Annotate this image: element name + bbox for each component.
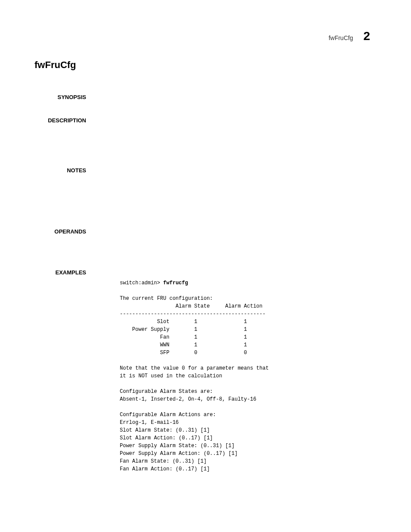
page-header: fwFruCfg 2 bbox=[329, 29, 370, 43]
shell-command: fwfrucfg bbox=[163, 280, 188, 286]
header-label: fwFruCfg bbox=[329, 34, 353, 41]
example-code-block: switch:admin> fwfrucfg The current FRU c… bbox=[120, 279, 269, 473]
page-title: fwFruCfg bbox=[34, 59, 76, 71]
chapter-number: 2 bbox=[363, 29, 370, 43]
section-description: DESCRIPTION bbox=[34, 117, 86, 124]
section-examples: EXAMPLES bbox=[34, 269, 86, 276]
section-notes: NOTES bbox=[34, 167, 86, 174]
shell-output: The current FRU configuration: Alarm Sta… bbox=[120, 296, 269, 472]
shell-prompt: switch:admin> bbox=[120, 280, 163, 286]
section-synopsis: SYNOPSIS bbox=[34, 94, 86, 100]
section-operands: OPERANDS bbox=[34, 228, 86, 235]
